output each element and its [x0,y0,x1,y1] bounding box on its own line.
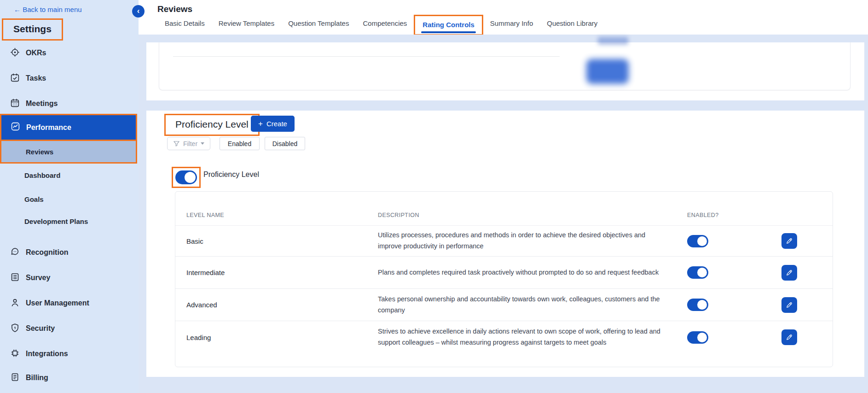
sidebar-item-security[interactable]: Security [0,319,139,338]
tab-summary-info[interactable]: Summary Info [483,15,540,35]
column-header-enabled: ENABLED? [687,212,781,218]
document-icon [10,372,20,384]
edit-button[interactable] [781,233,797,249]
settings-title-highlight: Settings [2,18,63,41]
level-description: Plans and completes required task proact… [378,267,687,278]
sidebar-item-label: Survey [26,274,50,282]
enabled-filter-chip[interactable]: Enabled [220,137,260,150]
chip-icon [10,348,20,360]
sidebar-item-user-management[interactable]: User Management [0,294,139,312]
sidebar-subitem-goals[interactable]: Goals [0,190,139,208]
card-divider [173,56,560,57]
calendar-check-icon [10,73,20,84]
chevron-down-icon [201,142,204,145]
sidebar-item-meetings[interactable]: Meetings [0,94,139,113]
sidebar-item-tasks[interactable]: Tasks [0,69,139,88]
row-enabled-toggle[interactable] [687,266,708,279]
line-chart-icon [11,122,20,133]
table-row-advanced: Advanced Takes personal ownership and ac… [175,289,833,321]
settings-sidebar: ← Back to main menu Settings OKRs Tasks … [0,0,139,393]
row-enabled-toggle[interactable] [687,299,708,311]
pencil-icon [786,334,793,341]
sidebar-item-label: Recognition [26,248,68,257]
row-enabled-toggle[interactable] [687,331,708,344]
sidebar-subitem-reviews-active[interactable]: Reviews [0,141,137,164]
back-arrow-icon: ← [14,6,21,13]
table-row-intermediate: Intermediate Plans and completes require… [175,257,833,289]
master-toggle-label: Proficiency Level [203,170,259,179]
pencil-icon [786,301,793,309]
sidebar-item-label: Billing [26,374,48,382]
create-button[interactable]: + Create [251,116,295,132]
level-name: Intermediate [186,269,378,276]
sidebar-subitem-label: Dashboard [24,171,60,179]
section-heading-highlight: Proficiency Level [164,114,260,136]
user-icon [10,298,20,309]
sidebar-item-integrations[interactable]: Integrations [0,345,139,363]
tab-question-library[interactable]: Question Library [540,15,604,35]
level-description: Strives to achieve excellence in daily a… [378,326,687,348]
table-row-leading: Leading Strives to achieve excellence in… [175,321,833,353]
survey-list-icon [10,272,20,284]
filter-dropdown-button[interactable]: Filter [167,137,210,150]
disabled-filter-chip[interactable]: Disabled [265,137,305,150]
level-name: Advanced [186,301,378,309]
shield-bolt-icon [10,323,20,334]
back-to-main-menu-link[interactable]: ← Back to main menu [14,6,82,13]
table-row-basic: Basic Utilizes processes, procedures and… [175,226,833,257]
top-panel [146,42,864,100]
calendar-icon [10,98,20,110]
row-enabled-toggle[interactable] [687,235,708,247]
tab-basic-details[interactable]: Basic Details [158,15,212,35]
edit-button[interactable] [781,265,797,281]
proficiency-levels-table: LEVEL NAME DESCRIPTION ENABLED? Basic Ut… [175,191,833,367]
redacted-blurred-button [586,59,629,84]
level-description: Takes personal ownership and accountabil… [378,294,687,316]
table-header-row: LEVEL NAME DESCRIPTION ENABLED? [175,192,833,226]
sidebar-subitem-development-plans[interactable]: Development Plans [0,212,139,230]
sidebar-item-okrs[interactable]: OKRs [0,44,139,62]
level-description: Utilizes processes, procedures and metho… [378,230,687,252]
sidebar-item-label: Tasks [26,74,46,82]
level-name: Leading [186,334,378,341]
proficiency-level-panel: Proficiency Level + Create Filter Enable… [146,111,864,377]
plus-icon: + [258,119,263,129]
page-header: Reviews Basic Details Review Templates Q… [139,0,868,35]
tab-review-templates[interactable]: Review Templates [212,15,281,35]
pencil-icon [786,269,793,276]
tab-competencies[interactable]: Competencies [356,15,414,35]
sidebar-item-recognition[interactable]: Recognition [0,243,139,262]
master-toggle-highlight [172,167,201,188]
chat-smiley-icon [10,247,20,258]
active-tab-highlight: Rating Controls [414,15,483,35]
funnel-icon [173,140,180,147]
sidebar-item-label: User Management [26,299,89,307]
app-root: ← Back to main menu Settings OKRs Tasks … [0,0,868,393]
sidebar-subitem-dashboard[interactable]: Dashboard [0,166,139,184]
column-header-level-name: LEVEL NAME [186,212,378,218]
tab-bar: Basic Details Review Templates Question … [158,15,604,35]
sidebar-item-label: OKRs [26,49,46,57]
main-content: Proficiency Level + Create Filter Enable… [139,35,868,393]
chevron-left-icon: ‹ [137,7,140,15]
back-link-label: Back to main menu [23,6,81,13]
proficiency-level-master-toggle[interactable] [175,170,197,184]
edit-button[interactable] [781,297,797,313]
sidebar-item-performance-active[interactable]: Performance [0,114,137,141]
tab-rating-controls-active[interactable]: Rating Controls [415,19,482,31]
section-heading: Proficiency Level [175,119,249,130]
redacted-blurred-text [598,37,628,45]
sidebar-title: Settings [13,23,52,35]
sidebar-item-label: Integrations [26,350,68,358]
pencil-icon [786,237,793,245]
sidebar-subitem-label: Goals [24,195,44,203]
filter-label: Filter [183,140,197,147]
sidebar-item-survey[interactable]: Survey [0,269,139,287]
column-header-description: DESCRIPTION [378,212,687,218]
sidebar-collapse-button[interactable]: ‹ [132,5,145,18]
edit-button[interactable] [781,329,797,345]
page-title: Reviews [157,4,192,14]
sidebar-item-billing[interactable]: Billing [0,369,139,387]
tab-question-templates[interactable]: Question Templates [281,15,356,35]
sidebar-subitem-label: Development Plans [24,217,88,225]
